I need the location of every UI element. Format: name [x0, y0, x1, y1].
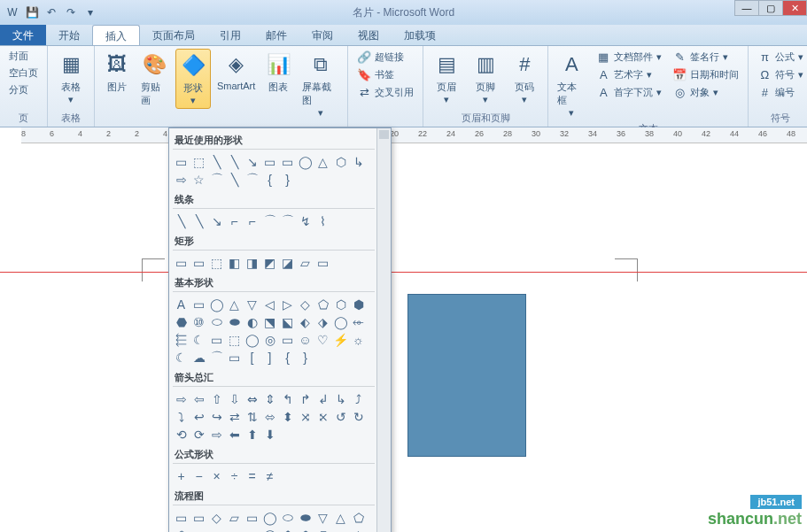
dropcap-button[interactable]: A首字下沉 ▾ — [593, 84, 665, 100]
shape-item[interactable]: ] — [261, 349, 278, 366]
shape-item[interactable]: ⬚ — [208, 254, 225, 271]
blank-page-button[interactable]: 空白页 — [5, 66, 42, 81]
tab-insert[interactable]: 插入 — [92, 25, 140, 45]
header-button[interactable]: ▤页眉▾ — [429, 49, 464, 107]
shape-item[interactable]: ╲ — [226, 153, 243, 170]
shape-item[interactable]: ▭ — [173, 254, 190, 271]
shape-item[interactable]: A — [173, 296, 190, 312]
shape-item[interactable]: ▱ — [226, 509, 243, 526]
shape-item[interactable]: ▭ — [190, 254, 207, 271]
shape-item[interactable]: ◊ — [350, 527, 367, 532]
shape-item[interactable]: { — [261, 171, 278, 188]
shape-item[interactable]: ☺ — [297, 331, 314, 348]
symbol-button[interactable]: Ω符号 ▾ — [754, 66, 807, 82]
shape-item[interactable]: ⬠ — [314, 296, 331, 312]
shape-item[interactable]: ⬬ — [226, 313, 243, 330]
textbox-button[interactable]: A文本框▾ — [554, 49, 589, 120]
shape-item[interactable]: ⬭ — [208, 313, 225, 330]
shape-item[interactable]: ↩ — [190, 408, 207, 425]
shape-item[interactable]: ▱ — [297, 254, 314, 271]
shape-item[interactable]: ⌇ — [314, 212, 331, 229]
shape-item[interactable]: ⬍ — [279, 408, 296, 425]
shape-item[interactable]: ▭ — [190, 296, 207, 312]
hyperlink-button[interactable]: 🔗超链接 — [353, 49, 417, 65]
shape-item[interactable]: ⤪ — [314, 408, 331, 425]
shape-item[interactable]: ⬣ — [173, 313, 190, 330]
shape-item[interactable]: ▭ — [190, 509, 207, 526]
footer-button[interactable]: ▥页脚▾ — [468, 49, 503, 107]
shape-item[interactable]: = — [244, 467, 260, 484]
shape-item[interactable]: ⬢ — [350, 296, 367, 312]
shape-item[interactable]: ⬔ — [261, 313, 278, 330]
picture-button[interactable]: 🖼图片 — [100, 49, 134, 96]
menu-scrollbar[interactable] — [376, 128, 391, 532]
shape-item[interactable]: ⌒ — [261, 212, 278, 229]
shape-item[interactable]: ◇ — [297, 296, 314, 312]
quickparts-button[interactable]: ▦文档部件 ▾ — [593, 49, 665, 65]
shape-item[interactable]: ⬟ — [279, 527, 296, 532]
screenshot-button[interactable]: ⧉屏幕截图▾ — [299, 49, 342, 120]
table-button[interactable]: ▦表格▾ — [53, 49, 89, 107]
shape-item[interactable]: ⇧ — [208, 390, 225, 407]
shape-item[interactable]: ↯ — [297, 212, 314, 229]
shape-item[interactable]: ╲ — [208, 153, 225, 170]
shape-item[interactable]: ⬭ — [279, 509, 296, 526]
shape-item[interactable]: ⬚ — [190, 153, 207, 170]
word-icon[interactable]: W — [4, 4, 21, 21]
shape-item[interactable]: ⇔ — [244, 390, 260, 407]
shape-item[interactable]: ◩ — [261, 254, 278, 271]
object-button[interactable]: ◎对象 ▾ — [669, 84, 742, 100]
shape-item[interactable]: ↻ — [350, 408, 367, 425]
shape-item[interactable]: ⬱ — [173, 331, 190, 348]
equation-button[interactable]: π公式 ▾ — [754, 49, 807, 65]
shape-item[interactable]: ⌐ — [244, 212, 260, 229]
shape-item[interactable]: ⊗ — [244, 527, 260, 532]
tab-file[interactable]: 文件 — [0, 25, 46, 45]
shape-item[interactable]: ☼ — [350, 331, 367, 348]
shape-item[interactable]: ⬅ — [226, 426, 243, 443]
minimize-button[interactable]: — — [734, 0, 759, 16]
shape-item[interactable]: ◐ — [244, 313, 260, 330]
inserted-rectangle-shape[interactable] — [407, 294, 526, 457]
shape-item[interactable]: ☾ — [190, 331, 207, 348]
shape-item[interactable]: ⟳ — [190, 426, 207, 443]
shape-item[interactable]: ◯ — [208, 296, 225, 312]
shape-item[interactable]: ◯ — [244, 331, 260, 348]
chart-button[interactable]: 📊图表 — [261, 49, 295, 96]
shapes-button[interactable]: 🔷形状▾ — [175, 49, 211, 109]
shape-item[interactable]: ↰ — [279, 390, 296, 407]
shape-item[interactable]: ⇕ — [261, 390, 278, 407]
shape-item[interactable]: ⇦ — [190, 390, 207, 407]
shape-item[interactable]: ⬣ — [314, 527, 331, 532]
shape-item[interactable]: ⬡ — [332, 296, 349, 312]
shape-item[interactable]: ◎ — [261, 331, 278, 348]
shape-item[interactable]: ⌒ — [279, 212, 296, 229]
tab-mailings[interactable]: 邮件 — [253, 25, 299, 45]
maximize-button[interactable]: ▢ — [758, 0, 783, 16]
shape-item[interactable]: ◯ — [261, 527, 278, 532]
tab-layout[interactable]: 页面布局 — [140, 25, 207, 45]
shape-item[interactable]: ◁ — [261, 296, 278, 312]
bookmark-button[interactable]: 🔖书签 — [353, 66, 417, 82]
undo-icon[interactable]: ↶ — [43, 4, 60, 21]
qat-dropdown-icon[interactable]: ▾ — [81, 4, 99, 21]
shape-item[interactable]: ▭ — [226, 349, 243, 366]
crossref-button[interactable]: ⇄交叉引用 — [353, 84, 417, 100]
shape-item[interactable]: ⬖ — [297, 313, 314, 330]
ruler-horizontal[interactable]: 8642246810121416182022242628303234363840… — [21, 127, 807, 143]
shape-item[interactable]: ╲ — [190, 212, 207, 229]
shape-item[interactable]: ⤵ — [173, 408, 190, 425]
shape-item[interactable]: ⬄ — [261, 408, 278, 425]
shape-item[interactable]: ⬆ — [244, 426, 260, 443]
shape-item[interactable]: ▭ — [244, 509, 260, 526]
shape-item[interactable]: ◯ — [261, 509, 278, 526]
shape-item[interactable]: ↘ — [244, 153, 260, 170]
shape-item[interactable]: ◨ — [244, 254, 260, 271]
shape-item[interactable]: ▽ — [314, 509, 331, 526]
smartart-button[interactable]: ◈SmartArt — [214, 49, 258, 93]
shape-item[interactable]: } — [297, 349, 314, 366]
tab-home[interactable]: 开始 — [46, 25, 92, 45]
shape-item[interactable]: ⇩ — [226, 390, 243, 407]
shape-item[interactable]: ╲ — [226, 171, 243, 188]
shape-item[interactable]: ☆ — [190, 171, 207, 188]
